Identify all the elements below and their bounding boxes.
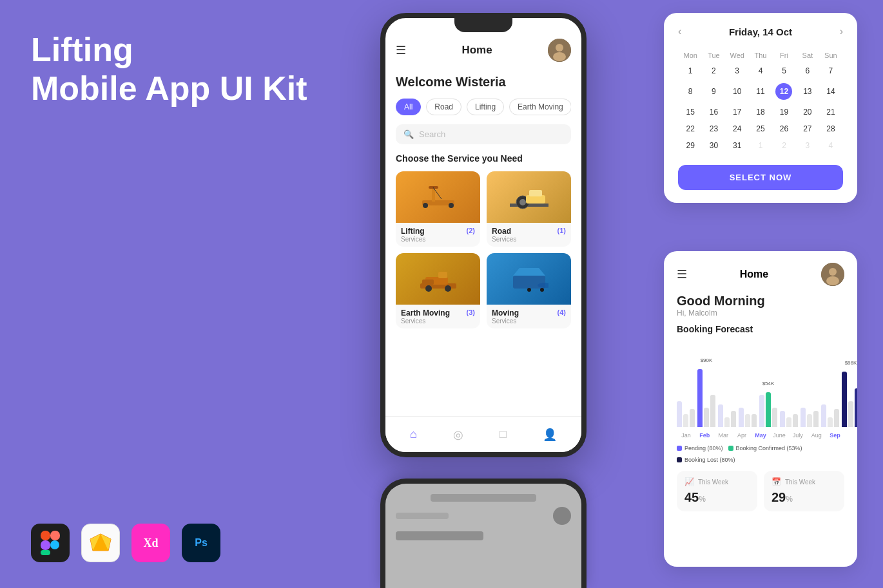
dashboard-hamburger[interactable]: ☰ bbox=[677, 267, 687, 281]
calendar-next-button[interactable]: › bbox=[840, 26, 843, 37]
cal-date[interactable]: 5 bbox=[773, 63, 795, 79]
user-avatar[interactable] bbox=[548, 39, 571, 62]
bar-july-pending bbox=[801, 408, 806, 427]
cal-date[interactable]: 2 bbox=[703, 63, 724, 79]
x-label-aug: Aug bbox=[807, 432, 826, 439]
cal-date[interactable]: 18 bbox=[750, 104, 771, 120]
cal-date[interactable]: 29 bbox=[679, 138, 701, 153]
earth-image bbox=[396, 253, 480, 305]
road-name: Road bbox=[492, 227, 516, 236]
cal-date[interactable]: 11 bbox=[750, 80, 771, 103]
moving-card-info: Moving Services (4) bbox=[487, 305, 571, 328]
cal-date-other[interactable]: 4 bbox=[820, 138, 842, 153]
bar-may-confirmed bbox=[766, 392, 771, 427]
cal-date[interactable]: 8 bbox=[679, 80, 701, 103]
x-label-apr: Apr bbox=[733, 432, 752, 439]
cal-date[interactable]: 22 bbox=[679, 121, 701, 137]
calendar-nav-icon[interactable]: □ bbox=[500, 428, 507, 441]
location-nav-icon[interactable]: ◎ bbox=[453, 428, 463, 442]
cal-date[interactable]: 28 bbox=[820, 121, 842, 137]
svg-point-11 bbox=[553, 52, 566, 61]
bar-group-july bbox=[801, 408, 819, 427]
cal-date[interactable]: 30 bbox=[703, 138, 724, 153]
cal-date[interactable]: 27 bbox=[797, 121, 819, 137]
filter-tab-lifting[interactable]: Lifting bbox=[467, 99, 504, 115]
svg-point-25 bbox=[445, 285, 451, 292]
filter-tab-all[interactable]: All bbox=[396, 99, 421, 115]
svg-point-20 bbox=[519, 199, 526, 205]
cal-date[interactable]: 15 bbox=[679, 104, 701, 120]
cal-date[interactable]: 7 bbox=[820, 63, 842, 79]
cal-date-other[interactable]: 2 bbox=[773, 138, 795, 153]
bar-chart-container: $90K $54K bbox=[677, 343, 844, 439]
cal-date[interactable]: 16 bbox=[703, 104, 724, 120]
hamburger-icon[interactable]: ☰ bbox=[396, 43, 406, 57]
cal-date[interactable]: 4 bbox=[750, 63, 771, 79]
cal-date[interactable]: 1 bbox=[679, 63, 701, 79]
profile-nav-icon[interactable]: 👤 bbox=[543, 428, 557, 442]
svg-marker-30 bbox=[513, 268, 545, 276]
chart-legend: Pending (80%) Booking Confirmed (53%) Bo… bbox=[677, 445, 844, 463]
x-label-jan: Jan bbox=[677, 432, 695, 439]
tool-icons-row: Xd Ps bbox=[31, 524, 220, 562]
hero-title: Lifting Mobile App UI Kit bbox=[31, 31, 307, 108]
chart-x-labels: Jan Feb Mar Apr May June July Aug Sep bbox=[677, 432, 844, 439]
cal-date[interactable]: 26 bbox=[773, 121, 795, 137]
bar-mar-confirmed bbox=[724, 417, 730, 427]
legend-label-pending: Pending (80%) bbox=[684, 445, 723, 451]
cal-date[interactable]: 23 bbox=[703, 121, 724, 137]
phone-frame: ☰ Home Welcome Wisteria All Road Lifting… bbox=[380, 13, 587, 457]
calendar-prev-button[interactable]: ‹ bbox=[678, 26, 681, 37]
search-bar[interactable]: 🔍 Search bbox=[396, 124, 571, 144]
cal-date[interactable]: 17 bbox=[726, 104, 748, 120]
svg-point-33 bbox=[540, 288, 544, 292]
bar-sep-pending bbox=[842, 372, 847, 427]
cal-date[interactable]: 9 bbox=[703, 80, 724, 103]
service-card-earth[interactable]: Earth Moving Services (3) bbox=[396, 253, 480, 328]
filter-tab-earth[interactable]: Earth Moving bbox=[509, 99, 571, 115]
home-nav-icon[interactable]: ⌂ bbox=[410, 428, 417, 441]
cal-date[interactable]: 19 bbox=[773, 104, 795, 120]
stat-icon-2: 📅 bbox=[771, 477, 781, 486]
x-label-sep: Sep bbox=[826, 432, 844, 439]
service-card-moving[interactable]: Moving Services (4) bbox=[487, 253, 571, 328]
dashboard-avatar[interactable] bbox=[821, 263, 844, 286]
select-now-button[interactable]: SELECT NOW bbox=[678, 165, 843, 190]
search-placeholder: Search bbox=[419, 129, 445, 139]
bar-july-lost bbox=[813, 411, 819, 427]
svg-point-16 bbox=[423, 203, 428, 208]
service-card-road[interactable]: Road Services (1) bbox=[487, 171, 571, 247]
bar-mar-lost bbox=[731, 411, 736, 427]
cal-date-today[interactable]: 12 bbox=[773, 80, 795, 103]
stat-period-1: This Week bbox=[698, 479, 728, 486]
cal-date[interactable]: 21 bbox=[820, 104, 842, 120]
cal-date[interactable]: 31 bbox=[726, 138, 748, 153]
bar-aug-confirmed bbox=[828, 417, 833, 427]
cal-date[interactable]: 3 bbox=[726, 63, 748, 79]
cal-date[interactable]: 6 bbox=[797, 63, 819, 79]
cal-date[interactable]: 25 bbox=[750, 121, 771, 137]
legend-label-confirmed: Booking Confirmed (53%) bbox=[736, 445, 802, 451]
filter-tab-road[interactable]: Road bbox=[426, 99, 461, 115]
cal-date-other[interactable]: 1 bbox=[750, 138, 771, 153]
lifting-count: (2) bbox=[467, 227, 475, 234]
cal-date[interactable]: 10 bbox=[726, 80, 748, 103]
bar-label-feb: $90K bbox=[697, 357, 715, 363]
bar-june-pending bbox=[780, 411, 785, 427]
cal-date[interactable]: 24 bbox=[726, 121, 748, 137]
svg-point-17 bbox=[449, 203, 454, 208]
cal-date-other[interactable]: 3 bbox=[797, 138, 819, 153]
dashboard-sub: Hi, Malcolm bbox=[677, 308, 844, 318]
cal-date[interactable]: 20 bbox=[797, 104, 819, 120]
legend-label-lost: Booking Lost (80%) bbox=[684, 457, 735, 463]
cal-date[interactable]: 13 bbox=[797, 80, 819, 103]
svg-point-36 bbox=[826, 276, 839, 285]
lifting-image bbox=[396, 171, 480, 223]
legend-confirmed: Booking Confirmed (53%) bbox=[728, 445, 802, 451]
service-card-lifting[interactable]: Lifting Services (2) bbox=[396, 171, 480, 247]
stat-icon-1: 📈 bbox=[684, 477, 694, 486]
bar-group-may: $54K bbox=[759, 392, 777, 427]
cal-date[interactable]: 14 bbox=[820, 80, 842, 103]
svg-rect-22 bbox=[529, 190, 542, 196]
welcome-text: Welcome Wisteria bbox=[396, 75, 571, 90]
